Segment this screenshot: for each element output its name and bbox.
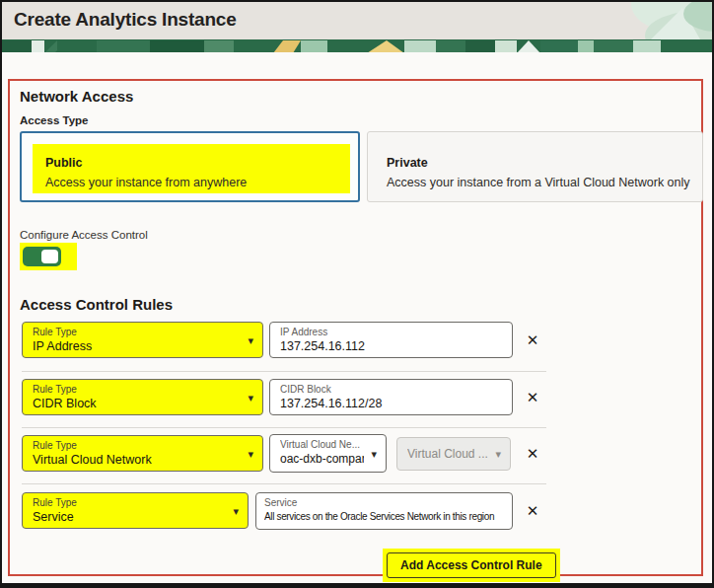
toggle-highlight bbox=[20, 243, 77, 270]
vcn-select-label: Virtual Cloud Ne... bbox=[280, 439, 364, 451]
ip-address-field[interactable]: IP Address 137.254.16.112 bbox=[269, 322, 513, 358]
row-divider bbox=[22, 427, 546, 428]
public-card-description: Access your instance from anywhere bbox=[45, 176, 247, 189]
public-card-title: Public bbox=[45, 156, 83, 170]
row-divider bbox=[22, 483, 546, 484]
rule-type-value-3: Virtual Cloud Network bbox=[33, 452, 252, 468]
configure-access-control-toggle[interactable] bbox=[23, 247, 61, 266]
cidr-block-field-value: 137.254.16.112/28 bbox=[280, 396, 502, 411]
add-access-control-rule-button[interactable]: Add Access Control Rule bbox=[387, 552, 556, 578]
cidr-block-field[interactable]: CIDR Block 137.254.16.112/28 bbox=[269, 379, 513, 415]
toggle-knob-icon bbox=[41, 250, 58, 263]
rule-type-label-3: Rule Type bbox=[33, 440, 252, 452]
rule-type-value-1: IP Address bbox=[33, 338, 252, 354]
rule-type-label-4: Rule Type bbox=[33, 497, 238, 509]
add-button-highlight: Add Access Control Rule bbox=[383, 549, 560, 582]
page-title: Create Analytics Instance bbox=[14, 9, 237, 31]
remove-rule-button-2[interactable]: ✕ bbox=[523, 388, 542, 407]
rule-type-label-2: Rule Type bbox=[33, 384, 252, 396]
window-frame: Create Analytics Instance bbox=[0, 0, 714, 588]
access-type-option-public[interactable]: Public Access your instance from anywher… bbox=[20, 131, 360, 202]
rule-type-select-4[interactable]: Rule Type Service ▾ bbox=[22, 492, 249, 529]
service-field[interactable]: Service All services on the Oracle Servi… bbox=[255, 492, 513, 530]
rule-type-select-2[interactable]: Rule Type CIDR Block ▾ bbox=[22, 379, 263, 415]
banner-decoration bbox=[2, 39, 712, 52]
service-field-label: Service bbox=[264, 497, 508, 509]
rule-type-select-1[interactable]: Rule Type IP Address ▾ bbox=[22, 322, 263, 358]
ip-address-field-value: 137.254.16.112 bbox=[280, 338, 502, 354]
rule-type-select-3[interactable]: Rule Type Virtual Cloud Network ▾ bbox=[22, 435, 263, 472]
vcn-subnet-select-disabled: Virtual Cloud ... ▾ bbox=[396, 437, 511, 471]
cidr-block-field-label: CIDR Block bbox=[280, 384, 502, 396]
chevron-down-icon: ▾ bbox=[233, 504, 239, 517]
private-card-title: Private bbox=[387, 156, 428, 170]
chevron-down-icon: ▾ bbox=[248, 391, 253, 404]
remove-rule-button-1[interactable]: ✕ bbox=[523, 331, 542, 350]
header-decoration bbox=[535, 2, 712, 39]
chevron-down-icon: ▾ bbox=[371, 447, 377, 460]
rule-type-label-1: Rule Type bbox=[33, 327, 252, 338]
network-access-heading: Network Access bbox=[20, 88, 133, 105]
remove-rule-button-4[interactable]: ✕ bbox=[523, 501, 542, 521]
row-divider bbox=[22, 371, 546, 372]
access-type-option-private[interactable]: Private Access your instance from a Virt… bbox=[367, 131, 703, 202]
service-field-value: All services on the Oracle Services Netw… bbox=[264, 509, 508, 525]
rule-type-value-4: Service bbox=[33, 509, 238, 525]
vcn-select-value: oac-dxb-compartn bbox=[280, 451, 364, 467]
private-card-description: Access your instance from a Virtual Clou… bbox=[387, 176, 690, 189]
page-header: Create Analytics Instance bbox=[2, 2, 712, 39]
access-control-rules-heading: Access Control Rules bbox=[20, 296, 173, 313]
vcn-subnet-placeholder: Virtual Cloud ... bbox=[407, 438, 488, 470]
chevron-down-icon: ▾ bbox=[248, 333, 253, 346]
rule-type-value-2: CIDR Block bbox=[33, 396, 252, 411]
vcn-select[interactable]: Virtual Cloud Ne... oac-dxb-compartn ▾ bbox=[269, 434, 387, 473]
ip-address-field-label: IP Address bbox=[280, 327, 502, 338]
remove-rule-button-3[interactable]: ✕ bbox=[523, 444, 542, 464]
access-type-label: Access Type bbox=[20, 114, 88, 126]
chevron-down-icon: ▾ bbox=[248, 447, 253, 460]
configure-access-control-label: Configure Access Control bbox=[20, 229, 148, 241]
chevron-down-icon: ▾ bbox=[495, 448, 501, 461]
